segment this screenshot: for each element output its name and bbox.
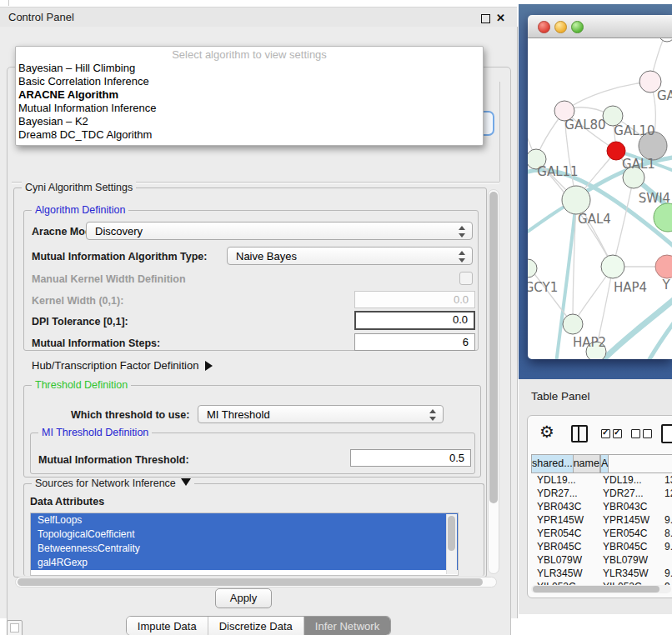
bottom-tab-infer-network[interactable]: Infer Network <box>303 617 390 635</box>
table-body: YDL19...YDL19...13 YDR27...YDR27...12 YB… <box>531 473 672 585</box>
kernel-width-label: Kernel Width (0,1): <box>32 295 123 307</box>
network-window[interactable]: GAL GAL80 GAL10 GAL1 GAL11 SWI4 GAL4 GCY… <box>528 15 672 359</box>
mi-threshold-field[interactable]: 0.5 <box>350 449 471 467</box>
dropdown-item[interactable]: Basic Correlation Inference <box>16 75 485 88</box>
dropdown-item[interactable]: Bayesian – Hill Climbing <box>16 62 485 75</box>
traffic-light-minimize-icon[interactable] <box>554 21 567 33</box>
network-node-hap2[interactable] <box>563 314 583 334</box>
group-title: Threshold Definition <box>32 379 131 391</box>
group-title: MI Threshold Definition <box>38 427 152 438</box>
network-node[interactable] <box>659 38 672 42</box>
table-panel-region: Table Panel ⚙ shared... name A YDL19...Y… <box>519 379 672 614</box>
table-row[interactable]: YPR145WYPR145W9. <box>531 513 672 527</box>
manual-kernel-checkbox[interactable] <box>459 272 473 285</box>
network-node-bright-green[interactable] <box>654 203 672 232</box>
dpi-tolerance-label: DPI Tolerance [0,1]: <box>32 316 128 328</box>
dpi-tolerance-field[interactable]: 0.0 <box>354 311 475 330</box>
traffic-light-zoom-icon[interactable] <box>571 21 584 33</box>
traffic-light-close-icon[interactable] <box>538 21 550 33</box>
dropdown-item[interactable]: Dream8 DC_TDC Algorithm <box>16 128 485 142</box>
network-node-label: HAP4 <box>614 280 647 295</box>
mi-algorithm-type-select[interactable]: Naive Bayes <box>227 247 473 265</box>
table-panel: ⚙ shared... name A YDL19...YDL19...13 YD… <box>527 415 672 598</box>
network-node-salmon[interactable] <box>655 255 672 278</box>
mi-steps-field[interactable]: 6 <box>354 333 475 351</box>
panel-corner-icon[interactable] <box>7 620 23 635</box>
table-hscrollbar[interactable] <box>531 585 671 593</box>
scrollbar-thumb[interactable] <box>18 578 483 586</box>
dropdown-item[interactable]: Mutual Information Inference <box>16 102 485 115</box>
select-all-icon[interactable] <box>601 429 622 438</box>
list-item[interactable]: TopologicalCoefficient <box>31 528 458 542</box>
list-scrollbar[interactable] <box>446 514 457 574</box>
aracne-mode-select[interactable]: Discovery <box>86 222 473 240</box>
kernel-width-field[interactable]: 0.0 <box>354 291 475 308</box>
settings-hscrollbar[interactable] <box>15 577 497 588</box>
table-row[interactable]: YER054CYER054C8. <box>531 527 672 540</box>
close-icon[interactable]: ✕ <box>496 12 505 24</box>
bottom-tab-impute-data[interactable]: Impute Data <box>127 617 208 635</box>
table-header-cell[interactable]: shared... <box>531 455 574 472</box>
network-node-hap4[interactable] <box>601 255 624 278</box>
network-node-label: GAL <box>657 88 672 103</box>
table-header-cell[interactable]: name <box>574 455 600 472</box>
which-threshold-label: Which threshold to use: <box>71 409 189 421</box>
bottom-tabbar: Impute Data Discretize Data Infer Networ… <box>0 616 517 635</box>
network-canvas[interactable]: GAL GAL80 GAL10 GAL1 GAL11 SWI4 GAL4 GCY… <box>528 38 672 359</box>
hidden-group-border <box>499 82 500 182</box>
network-node-label: GAL11 <box>537 164 578 179</box>
control-panel-title: Control Panel <box>8 11 74 23</box>
divider <box>8 0 9 6</box>
spinner-icon <box>459 250 466 263</box>
settings-vscrollbar[interactable] <box>488 189 499 574</box>
network-node-label: GCY1 <box>528 280 558 295</box>
split-column-icon[interactable] <box>571 425 588 442</box>
list-item[interactable]: SelfLoops <box>31 513 458 528</box>
screen: Control Panel ✕ Network Style <box>0 0 672 635</box>
table-header-cell[interactable]: A <box>600 455 609 472</box>
which-threshold-select[interactable]: MI Threshold <box>198 405 444 423</box>
table-panel-title: Table Panel <box>531 390 590 402</box>
float-panel-icon[interactable] <box>481 14 490 23</box>
data-attributes-list[interactable]: SelfLoops TopologicalCoefficient Between… <box>30 512 459 576</box>
table-row[interactable]: YDR27...YDR27...12 <box>531 487 672 500</box>
sources-group-title[interactable]: Sources for Network Inference <box>32 478 194 489</box>
gear-icon[interactable]: ⚙ <box>539 422 554 442</box>
network-node-label: GAL1 <box>622 157 655 172</box>
manual-kernel-label: Manual Kernel Width Definition <box>32 273 186 285</box>
dropdown-placeholder: Select algorithm to view settings <box>16 48 483 61</box>
doc-icon[interactable] <box>661 424 672 443</box>
network-node-label: GAL4 <box>578 212 611 227</box>
hub-section-toggle[interactable]: Hub/Transcription Factor Definition <box>32 359 213 372</box>
table-row[interactable]: YBR045CYBR045C9. <box>531 540 672 553</box>
bottom-tab-discretize-data[interactable]: Discretize Data <box>208 617 303 635</box>
network-node-label: Y <box>661 278 670 292</box>
apply-button[interactable]: Apply <box>215 588 272 608</box>
mi-algorithm-type-label: Mutual Information Algorithm Type: <box>32 251 207 262</box>
spinner-icon <box>459 225 466 238</box>
network-window-titlebar[interactable] <box>528 15 672 38</box>
network-graph: GAL GAL80 GAL10 GAL1 GAL11 SWI4 GAL4 GCY… <box>528 38 672 359</box>
table-row[interactable]: YDL19...YDL19...13 <box>531 473 672 487</box>
node-table: shared... name A YDL19...YDL19...13 YDR2… <box>531 454 672 585</box>
scrollbar-thumb[interactable] <box>533 586 659 592</box>
network-node-gal4[interactable] <box>562 186 590 214</box>
dropdown-item[interactable]: Bayesian – K2 <box>16 115 485 128</box>
list-item[interactable]: BetweennessCentrality <box>31 542 458 556</box>
table-toolbar: ⚙ <box>528 416 672 451</box>
mi-steps-label: Mutual Information Steps: <box>32 338 160 349</box>
data-attributes-label: Data Attributes <box>30 496 104 508</box>
dropdown-item-selected[interactable]: ARACNE Algorithm <box>16 88 485 102</box>
expand-arrow-icon <box>205 361 213 371</box>
table-row[interactable]: YBL079WYBL079W <box>531 553 672 567</box>
cytoscape-desktop: GAL GAL80 GAL10 GAL1 GAL11 SWI4 GAL4 GCY… <box>519 4 672 379</box>
control-panel-header: Control Panel ✕ <box>0 7 517 28</box>
network-node-label: GAL10 <box>614 123 654 138</box>
deselect-all-icon[interactable] <box>631 429 652 438</box>
network-node-label: SWI4 <box>639 191 670 206</box>
scrollbar-thumb[interactable] <box>489 192 498 503</box>
table-row[interactable]: YBR043CYBR043C <box>531 500 672 513</box>
table-row[interactable]: YLR345WYLR345W9. <box>531 567 672 580</box>
list-item[interactable]: gal4RGexp <box>31 556 458 570</box>
group-title: Algorithm Definition <box>32 204 128 216</box>
